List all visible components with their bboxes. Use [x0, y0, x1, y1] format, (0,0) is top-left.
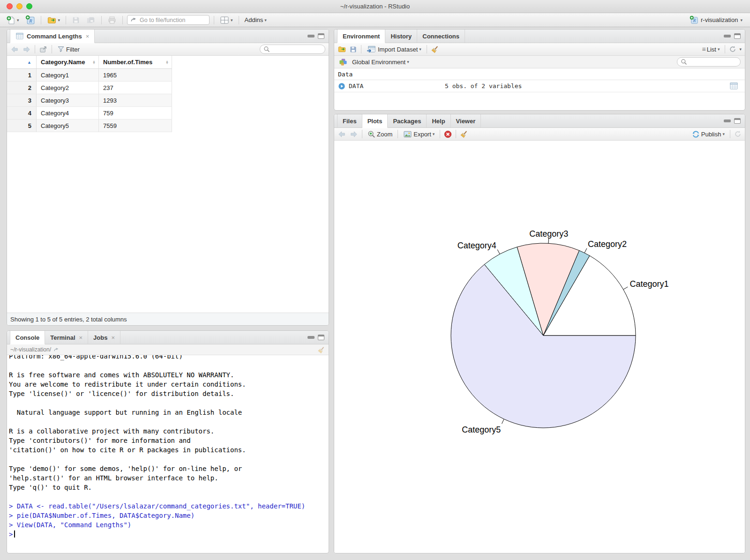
search-icon	[682, 60, 687, 65]
load-workspace-button[interactable]	[338, 45, 346, 53]
project-selector[interactable]: r-visualization ▾	[690, 15, 742, 24]
new-file-caret-icon[interactable]: ▾	[17, 18, 19, 22]
column-header-number-of-times[interactable]: Number.of.Times ▲▼	[99, 56, 172, 68]
tab-label: Command Lengths	[27, 33, 82, 40]
table-entries-status: Showing 1 to 5 of 5 entries, 2 total col…	[10, 316, 127, 323]
table-search-input[interactable]	[272, 46, 319, 52]
environment-scope-selector[interactable]: Global Environment ▾	[351, 58, 411, 67]
environment-view-mode-button[interactable]: ≡ List ▾	[701, 45, 721, 54]
print-button[interactable]	[106, 15, 118, 26]
filter-button[interactable]: Filter	[56, 45, 81, 54]
goto-file-input[interactable]	[140, 17, 201, 23]
new-project-button[interactable]	[24, 14, 37, 26]
open-file-button[interactable]: ▾	[45, 15, 62, 26]
workspace-panes-button[interactable]: ▾	[218, 15, 234, 25]
clear-console-button[interactable]	[317, 346, 325, 354]
zoom-icon	[368, 131, 375, 137]
tab-connections[interactable]: Connections	[417, 30, 465, 43]
addins-button[interactable]: Addins ▾	[243, 15, 268, 24]
tab-help[interactable]: Help	[427, 114, 450, 127]
table-row[interactable]: 2 Category2 237	[7, 82, 172, 94]
forward-button[interactable]	[22, 45, 31, 53]
column-header-category-name[interactable]: Category.Name ▲▼	[37, 56, 99, 68]
refresh-environment-button[interactable]	[729, 45, 736, 53]
minimize-pane-icon[interactable]	[724, 119, 731, 122]
goto-arrow-icon	[131, 18, 136, 22]
pie-chart: Category1Category2Category3Category4Cate…	[334, 141, 745, 553]
tab-jobs[interactable]: Jobs×	[88, 331, 120, 344]
clear-environment-button[interactable]	[431, 45, 439, 53]
close-tab-icon[interactable]: ×	[79, 334, 83, 341]
tab-packages[interactable]: Packages	[388, 114, 427, 127]
goto-file-box[interactable]	[127, 15, 210, 25]
data-viewer-tabbar: Command Lengths ×	[7, 30, 329, 43]
console-prompt-line: >	[9, 530, 327, 539]
export-plot-button[interactable]: Export ▾	[402, 129, 436, 139]
table-icon	[16, 33, 23, 39]
export-image-icon	[404, 131, 411, 137]
refresh-caret-icon[interactable]: ▾	[739, 47, 742, 52]
back-button[interactable]	[10, 45, 19, 53]
tab-plots[interactable]: Plots	[362, 114, 388, 128]
global-environment-icon	[338, 58, 347, 67]
maximize-pane-icon[interactable]	[318, 335, 324, 340]
close-tab-icon[interactable]: ×	[111, 334, 115, 341]
open-folder-icon	[338, 47, 345, 52]
console-line: > DATA <- read.table("/Users/lsalazar/co…	[9, 501, 327, 511]
tab-environment[interactable]: Environment	[337, 30, 385, 43]
open-file-caret-icon[interactable]: ▾	[58, 18, 60, 22]
tab-files[interactable]: Files	[337, 114, 362, 127]
save-workspace-button[interactable]	[349, 45, 357, 53]
minimize-pane-icon[interactable]	[724, 35, 731, 37]
tab-terminal[interactable]: Terminal×	[45, 331, 88, 344]
import-dataset-button[interactable]: Import Dataset ▾	[365, 44, 423, 55]
environment-object-row[interactable]: DATA 5 obs. of 2 variables	[334, 80, 745, 92]
minimize-pane-icon[interactable]	[308, 35, 315, 37]
panes-grid-icon	[221, 17, 228, 23]
goto-directory-icon[interactable]	[53, 347, 60, 353]
import-dataset-label: Import Dataset	[378, 46, 418, 53]
panes-caret-icon[interactable]: ▾	[231, 18, 233, 22]
main-toolbar: ▾ ▾ ▾ Addins ▾ r-visualization ▾	[0, 13, 750, 27]
publish-button[interactable]: Publish ▾	[690, 129, 726, 139]
view-table-button[interactable]	[729, 82, 738, 90]
environment-tabbar: Environment History Connections	[334, 30, 745, 43]
table-row[interactable]: 3 Category3 1293	[7, 94, 172, 107]
next-plot-button[interactable]	[349, 130, 358, 138]
new-file-button[interactable]: ▾	[5, 15, 21, 26]
plots-tabbar: Files Plots Packages Help Viewer	[334, 114, 745, 128]
show-in-new-window-button[interactable]	[39, 45, 48, 54]
tab-viewer[interactable]: Viewer	[451, 114, 481, 127]
expand-object-icon[interactable]	[338, 82, 345, 90]
remove-plot-button[interactable]	[444, 130, 452, 138]
tab-command-lengths[interactable]: Command Lengths ×	[10, 30, 95, 43]
environment-search-box[interactable]	[677, 57, 741, 67]
zoom-plot-button[interactable]: Zoom	[366, 129, 394, 139]
maximize-pane-icon[interactable]	[318, 33, 324, 39]
table-row[interactable]: 4 Category4 759	[7, 107, 172, 119]
table-row[interactable]: 1 Category1 1965	[7, 69, 172, 82]
save-button[interactable]	[70, 15, 82, 25]
refresh-plot-button[interactable]	[734, 130, 742, 138]
project-caret-icon: ▾	[740, 18, 742, 22]
tab-console[interactable]: Console	[10, 331, 45, 344]
maximize-pane-icon[interactable]	[734, 33, 741, 39]
environment-scope-row: Global Environment ▾	[334, 56, 745, 68]
scope-label: Global Environment	[352, 59, 405, 66]
index-column-header[interactable]: ▲	[7, 56, 37, 68]
close-tab-icon[interactable]: ×	[86, 33, 90, 40]
pie-label-tick	[585, 248, 587, 253]
console-line	[9, 361, 327, 370]
clear-all-plots-button[interactable]	[460, 130, 468, 138]
minimize-pane-icon[interactable]	[308, 336, 315, 339]
environment-search-input[interactable]	[690, 59, 736, 65]
table-search-box[interactable]	[260, 45, 325, 54]
table-row[interactable]: 5 Category5 7559	[7, 119, 172, 132]
maximize-pane-icon[interactable]	[734, 118, 741, 124]
tab-history[interactable]: History	[385, 30, 417, 43]
save-all-button[interactable]	[85, 15, 97, 25]
console-output[interactable]: Platform: x86_64-apple-darwin15.6.0 (64-…	[7, 355, 329, 553]
refresh-icon	[735, 131, 740, 136]
previous-plot-button[interactable]	[338, 130, 346, 138]
console-line: R is free software and comes with ABSOLU…	[9, 370, 327, 380]
